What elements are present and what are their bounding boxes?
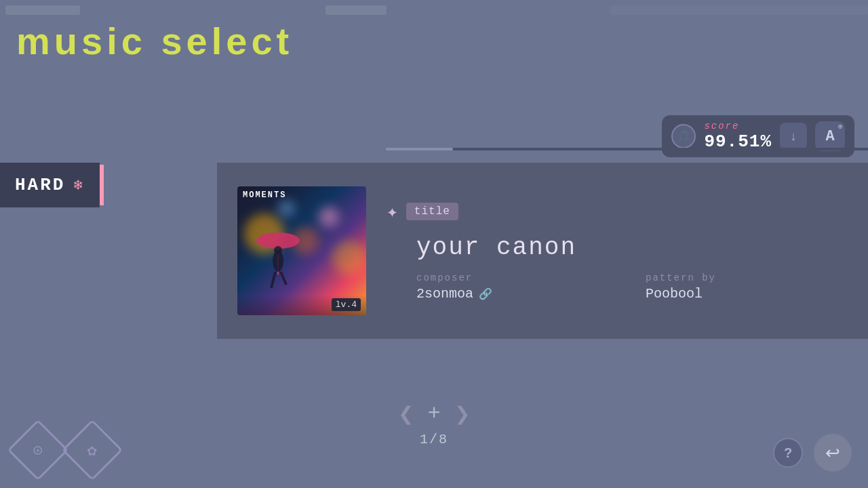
search-icon: ⊙	[33, 440, 43, 460]
nav-arrows: ❮ + ❯	[398, 401, 469, 426]
svg-point-3	[274, 246, 282, 254]
song-snowflake-icon: ✦	[387, 200, 398, 223]
nav-counter: 1/8	[420, 432, 448, 447]
score-grade[interactable]: A ⊕	[815, 121, 845, 151]
header-deco-mid	[326, 5, 387, 15]
header-deco-right	[610, 5, 868, 15]
album-art-inner: MOMENTS lv.4	[237, 186, 366, 315]
nav-controls: ❮ + ❯ 1/8	[398, 401, 469, 447]
nav-plus-icon: +	[427, 401, 440, 426]
bottom-right-icons: ? ↩	[773, 434, 852, 472]
difficulty-text: HARD	[15, 175, 65, 195]
nav-right-button[interactable]: ❯	[454, 405, 470, 424]
scrollbar-thumb[interactable]	[385, 148, 453, 150]
scrollbar-track	[385, 148, 868, 150]
difficulty-snowflake-icon: ❄	[73, 176, 84, 195]
album-level: lv.4	[332, 298, 361, 311]
song-title: your canon	[416, 234, 848, 262]
page-title: music select	[16, 19, 293, 63]
song-title-row: ✦ title	[387, 200, 848, 223]
song-card-area: MOMENTS lv.4	[217, 163, 868, 339]
nav-left-button[interactable]: ❮	[398, 405, 414, 424]
pattern-by-value: Poobool	[646, 286, 848, 302]
header-deco-left	[5, 5, 80, 15]
bottom-left-icons: ⊙ ✿	[16, 428, 114, 472]
composer-label: composer	[416, 272, 618, 283]
search-diamond-button[interactable]: ⊙	[7, 420, 69, 481]
album-art[interactable]: MOMENTS lv.4	[237, 186, 366, 315]
song-info: ✦ title your canon composer pattern by 2…	[387, 200, 848, 302]
score-label: score	[704, 121, 772, 131]
pattern-by-label: pattern by	[646, 272, 848, 283]
song-meta-grid: composer pattern by 2sonmoa 🔗 Poobool	[416, 272, 848, 302]
song-title-badge: title	[406, 203, 458, 220]
person-silhouette	[251, 220, 305, 302]
difficulty-bar	[100, 165, 104, 205]
composer-link-icon[interactable]: 🔗	[479, 287, 492, 301]
flower-icon: ✿	[87, 440, 97, 460]
svg-line-4	[271, 272, 275, 288]
difficulty-label[interactable]: HARD ❄	[0, 163, 100, 207]
rank-down-icon: ↓	[791, 129, 797, 144]
svg-line-5	[281, 272, 286, 285]
score-rank-button[interactable]: ↓	[780, 123, 807, 150]
composer-value: 2sonmoa 🔗	[416, 286, 618, 302]
difficulty-panel: HARD ❄	[0, 163, 104, 207]
score-panel: 🎵 score 99.51% ↓ A ⊕	[662, 115, 854, 157]
collection-diamond-button[interactable]: ✿	[62, 420, 123, 481]
back-button[interactable]: ↩	[814, 434, 852, 472]
score-disc-icon: 🎵	[671, 124, 696, 148]
grade-superscript: ⊕	[838, 123, 842, 131]
help-button[interactable]: ?	[773, 438, 803, 468]
album-label: MOMENTS	[237, 186, 366, 204]
